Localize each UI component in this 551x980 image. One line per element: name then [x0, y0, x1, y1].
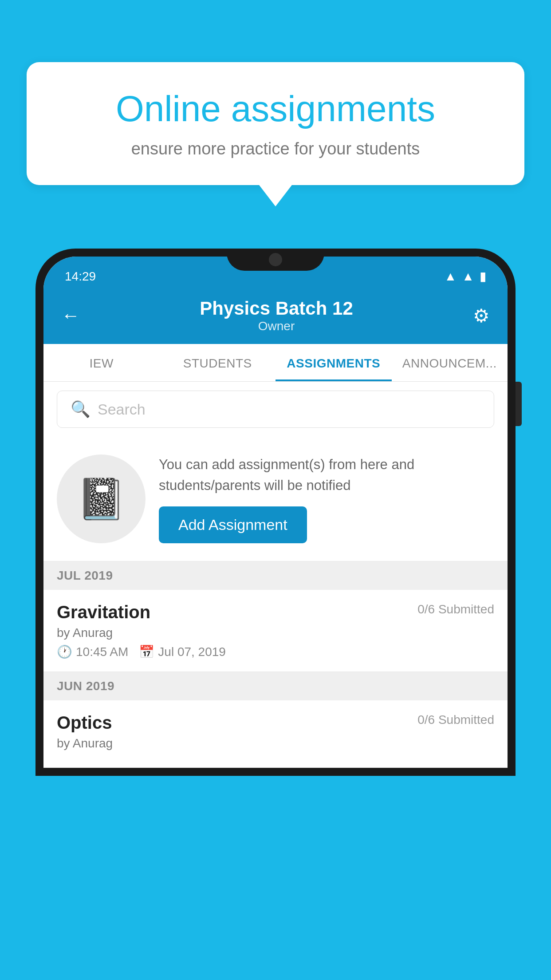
phone-notch [227, 249, 324, 271]
add-assignment-content: You can add assignment(s) from here and … [159, 454, 494, 543]
header-subtitle: Owner [200, 319, 353, 333]
battery-icon: ▮ [480, 269, 486, 284]
speech-bubble-area: Online assignments ensure more practice … [27, 62, 524, 185]
tab-assignments[interactable]: ASSIGNMENTS [276, 344, 392, 381]
assignment-by-optics: by Anurag [57, 736, 494, 751]
search-icon: 🔍 [71, 400, 91, 419]
tab-bar: IEW STUDENTS ASSIGNMENTS ANNOUNCEM... [43, 344, 508, 382]
wifi-icon: ▲ [445, 269, 457, 284]
search-container: 🔍 Search [43, 382, 508, 437]
assignment-top: Gravitation 0/6 Submitted [57, 602, 494, 622]
signal-icon: ▲ [462, 269, 474, 284]
assignment-submitted-optics: 0/6 Submitted [417, 713, 494, 727]
tab-students[interactable]: STUDENTS [160, 344, 276, 381]
assignment-item-gravitation[interactable]: Gravitation 0/6 Submitted by Anurag 🕐 10… [43, 590, 508, 672]
section-header-jul: JUL 2019 [43, 561, 508, 590]
tab-iew[interactable]: IEW [43, 344, 160, 381]
assignment-meta-gravitation: 🕐 10:45 AM 📅 Jul 07, 2019 [57, 644, 494, 659]
add-assignment-desc: You can add assignment(s) from here and … [159, 454, 494, 496]
clock-icon: 🕐 [57, 644, 72, 659]
calendar-icon: 📅 [139, 644, 154, 659]
tab-announcements[interactable]: ANNOUNCEM... [392, 344, 508, 381]
phone-camera [269, 253, 282, 266]
status-icons: ▲ ▲ ▮ [445, 269, 486, 284]
phone-outer: 14:29 ▲ ▲ ▮ ← Physics Batch 12 Owner ⚙ I… [35, 249, 516, 776]
status-time: 14:29 [65, 269, 96, 284]
assignment-date: 📅 Jul 07, 2019 [139, 644, 226, 659]
assignment-by-gravitation: by Anurag [57, 626, 494, 640]
search-bar[interactable]: 🔍 Search [57, 391, 494, 428]
assignment-time: 🕐 10:45 AM [57, 644, 128, 659]
assignment-submitted-gravitation: 0/6 Submitted [417, 602, 494, 616]
assignment-item-optics[interactable]: Optics 0/6 Submitted by Anurag [43, 700, 508, 768]
search-placeholder: Search [98, 401, 146, 418]
phone-frame: 14:29 ▲ ▲ ▮ ← Physics Batch 12 Owner ⚙ I… [35, 249, 516, 980]
gear-icon[interactable]: ⚙ [473, 305, 490, 327]
header-title-area: Physics Batch 12 Owner [200, 298, 353, 333]
assignment-name-gravitation: Gravitation [57, 602, 150, 622]
assignment-top-optics: Optics 0/6 Submitted [57, 713, 494, 733]
assignment-icon-circle: 📓 [57, 454, 146, 543]
phone-screen: 14:29 ▲ ▲ ▮ ← Physics Batch 12 Owner ⚙ I… [43, 257, 508, 768]
bubble-subtitle: ensure more practice for your students [58, 139, 493, 158]
notebook-icon: 📓 [76, 476, 126, 522]
back-button[interactable]: ← [61, 305, 80, 326]
assignment-time-value: 10:45 AM [76, 645, 128, 659]
section-header-jun: JUN 2019 [43, 672, 508, 700]
assignment-name-optics: Optics [57, 713, 112, 733]
header-title: Physics Batch 12 [200, 298, 353, 319]
app-header: ← Physics Batch 12 Owner ⚙ [43, 289, 508, 344]
side-button [516, 382, 522, 426]
add-assignment-area: 📓 You can add assignment(s) from here an… [43, 437, 508, 561]
speech-bubble: Online assignments ensure more practice … [27, 62, 524, 185]
add-assignment-button[interactable]: Add Assignment [159, 506, 307, 543]
assignment-date-value: Jul 07, 2019 [158, 645, 226, 659]
bubble-title: Online assignments [58, 89, 493, 129]
